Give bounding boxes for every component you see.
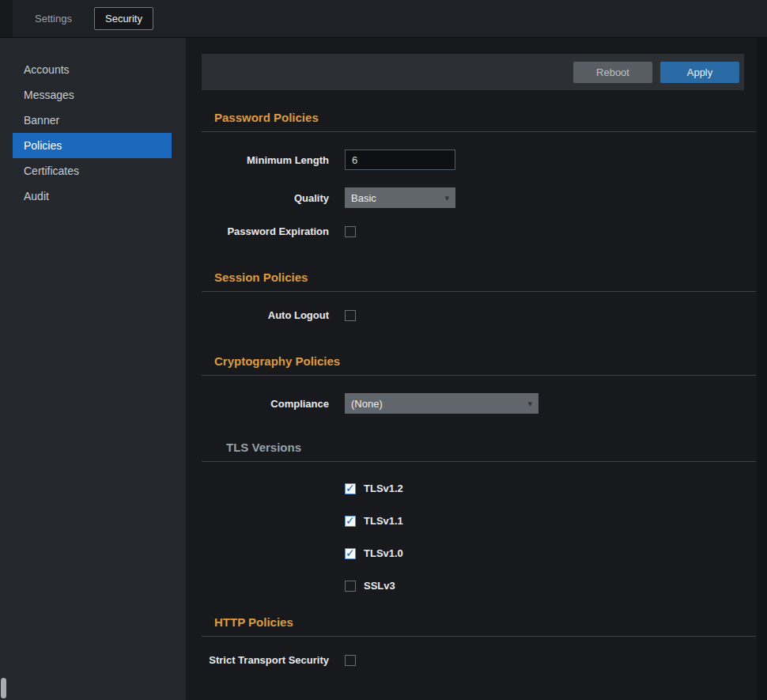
tls12-label: TLSv1.2 [364,482,403,494]
page-body: Accounts Messages Banner Policies Certif… [0,38,767,700]
section-divider [202,291,756,292]
apply-button[interactable]: Apply [660,62,739,83]
tls12-checkbox[interactable] [345,483,356,494]
http-policies-title: HTTP Policies [214,615,756,629]
minimum-length-input[interactable] [345,149,455,170]
tls-versions-title: TLS Versions [226,441,756,454]
tls10-row: TLSv1.0 [345,547,756,559]
sidebar-item-policies[interactable]: Policies [13,133,172,158]
quality-dropdown-value: Basic [351,192,376,204]
section-divider [202,461,756,462]
section-divider [202,131,756,132]
session-policies-title: Session Policies [214,271,756,284]
tls12-row: TLSv1.2 [345,482,756,494]
chevron-down-icon: ▾ [527,399,532,409]
sidebar-scrollbar-thumb[interactable] [1,678,6,698]
strict-transport-security-checkbox[interactable] [345,655,356,666]
tls10-label: TLSv1.0 [364,547,403,559]
sidebar: Accounts Messages Banner Policies Certif… [0,38,186,700]
quality-dropdown[interactable]: Basic ▾ [345,187,455,208]
tab-settings[interactable]: Settings [24,7,83,30]
top-tab-bar: Settings Security [0,0,767,38]
auto-logout-row: Auto Logout [202,309,756,321]
strict-transport-security-label: Strict Transport Security [202,654,329,666]
vertical-scrollbar[interactable] [757,38,767,700]
auto-logout-checkbox[interactable] [345,310,356,321]
quality-label: Quality [202,192,329,204]
main-content: Reboot Apply Password Policies Minimum L… [186,38,767,700]
minimum-length-row: Minimum Length [202,149,756,170]
action-toolbar: Reboot Apply [202,54,744,90]
tls11-label: TLSv1.1 [364,515,403,527]
section-divider [202,636,756,637]
password-expiration-label: Password Expiration [202,225,329,237]
sidebar-item-certificates[interactable]: Certificates [13,158,172,184]
password-expiration-row: Password Expiration [202,225,756,237]
sslv3-checkbox[interactable] [345,581,356,592]
section-divider [202,375,756,376]
tab-security[interactable]: Security [94,7,153,30]
chevron-down-icon: ▾ [444,193,449,203]
sidebar-item-audit[interactable]: Audit [13,184,172,209]
auto-logout-label: Auto Logout [202,309,329,321]
compliance-label: Compliance [202,398,329,410]
sidebar-item-banner[interactable]: Banner [13,108,172,133]
minimum-length-label: Minimum Length [202,154,329,166]
sslv3-label: SSLv3 [364,580,395,592]
reboot-button[interactable]: Reboot [573,62,652,83]
compliance-dropdown[interactable]: (None) ▾ [345,393,538,414]
tls10-checkbox[interactable] [345,548,356,559]
sidebar-item-messages[interactable]: Messages [13,82,172,108]
compliance-row: Compliance (None) ▾ [202,393,756,414]
password-policies-title: Password Policies [214,111,756,124]
compliance-dropdown-value: (None) [351,398,383,410]
quality-row: Quality Basic ▾ [202,187,756,208]
tls11-row: TLSv1.1 [345,515,756,527]
sidebar-item-accounts[interactable]: Accounts [13,57,172,82]
password-expiration-checkbox[interactable] [345,226,356,237]
sslv3-row: SSLv3 [345,580,756,592]
cryptography-policies-title: Cryptography Policies [214,354,756,368]
strict-transport-security-row: Strict Transport Security [202,654,756,666]
tls11-checkbox[interactable] [345,516,356,527]
